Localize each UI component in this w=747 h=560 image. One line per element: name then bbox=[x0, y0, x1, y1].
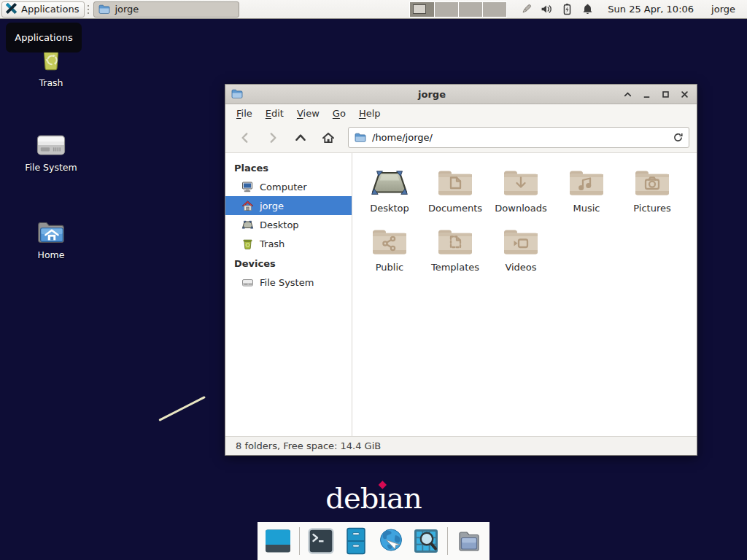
dock-directory-menu-button[interactable] bbox=[454, 526, 484, 556]
sidebar-item-label: Trash bbox=[260, 238, 285, 249]
camera-folder-icon bbox=[619, 163, 685, 200]
dock-terminal-button[interactable] bbox=[306, 526, 336, 556]
path-bar bbox=[348, 127, 689, 148]
taskbar-window-label: jorge bbox=[115, 4, 139, 15]
menu-file[interactable]: File bbox=[230, 106, 259, 121]
sidebar-item-trash[interactable]: Trash bbox=[225, 234, 352, 253]
bell-tray-icon[interactable] bbox=[578, 1, 596, 18]
window-titlebar[interactable]: jorge bbox=[225, 85, 697, 104]
clock[interactable]: Sun 25 Apr, 10:06 bbox=[603, 3, 698, 15]
workspace-4[interactable] bbox=[483, 2, 506, 17]
file-music[interactable]: Music bbox=[554, 163, 619, 214]
drive-icon bbox=[241, 276, 254, 289]
file-pictures[interactable]: Pictures bbox=[619, 163, 685, 214]
system-tray bbox=[517, 1, 596, 18]
file-desktop[interactable]: Desktop bbox=[357, 163, 422, 214]
desktop-icon bbox=[241, 219, 254, 231]
sidebar-item-desktop[interactable]: Desktop bbox=[225, 215, 352, 234]
window-icon bbox=[231, 88, 243, 100]
top-panel: Applications jorge Sun 25 Apr, 10:06 jor… bbox=[0, 0, 747, 19]
file-documents[interactable]: Documents bbox=[422, 163, 488, 214]
debian-logo-text: deb bbox=[325, 481, 378, 515]
home-button[interactable] bbox=[316, 127, 341, 149]
debian-logo-i: ı bbox=[378, 481, 387, 515]
desktop-icon-file-system[interactable]: File System bbox=[15, 124, 88, 173]
back-button[interactable] bbox=[233, 127, 258, 149]
shade-button[interactable] bbox=[621, 88, 634, 101]
panel-handle[interactable] bbox=[86, 3, 92, 16]
user-menu[interactable]: jorge bbox=[707, 3, 740, 15]
battery-tray-icon[interactable] bbox=[558, 1, 576, 18]
menu-help[interactable]: Help bbox=[352, 106, 387, 121]
video-folder-icon bbox=[488, 222, 554, 259]
menu-edit[interactable]: Edit bbox=[259, 106, 290, 121]
trash-icon bbox=[241, 238, 254, 250]
icon-view: DesktopDocumentsDownloadsMusicPicturesPu… bbox=[352, 153, 697, 436]
workspace-3[interactable] bbox=[459, 2, 482, 17]
minimize-button[interactable] bbox=[640, 88, 653, 101]
file-manager-window: jorge FileEditViewGoHelp PlacesComputerj… bbox=[225, 84, 697, 456]
file-label: Pictures bbox=[619, 203, 685, 214]
home-desktop-icon bbox=[15, 211, 88, 246]
status-bar: 8 folders, Free space: 14.4 GiB bbox=[225, 436, 697, 455]
dock-separator bbox=[299, 527, 300, 555]
volume-tray-icon[interactable] bbox=[538, 1, 555, 18]
taskbar-window-button[interactable]: jorge bbox=[93, 1, 239, 18]
applications-menu-label: Applications bbox=[21, 4, 79, 15]
dock-show-desktop-button[interactable] bbox=[263, 526, 293, 556]
desktop-icon-label: Home bbox=[15, 249, 88, 260]
folder-icon bbox=[98, 4, 110, 15]
sidebar-item-computer[interactable]: Computer bbox=[225, 177, 352, 196]
sidebar-item-label: Computer bbox=[260, 182, 307, 192]
sidebar-item-label: jorge bbox=[260, 201, 284, 211]
desktop-icon-label: File System bbox=[15, 162, 88, 173]
workspace-switcher bbox=[409, 1, 507, 18]
debian-logo-text-end: an bbox=[387, 481, 422, 515]
sidebar: PlacesComputerjorgeDesktopTrashDevicesFi… bbox=[225, 153, 352, 436]
pen-tray-icon[interactable] bbox=[517, 1, 535, 18]
applications-menu-button[interactable]: Applications bbox=[1, 1, 85, 18]
file-label: Public bbox=[357, 262, 422, 273]
dock-web-browser-button[interactable] bbox=[376, 526, 406, 556]
sidebar-item-file-system[interactable]: File System bbox=[225, 273, 352, 292]
dock-file-cabinet-button[interactable] bbox=[341, 526, 371, 556]
home-icon bbox=[241, 200, 254, 212]
file-label: Videos bbox=[488, 262, 554, 273]
file-downloads[interactable]: Downloads bbox=[488, 163, 554, 214]
music-folder-icon bbox=[554, 163, 619, 200]
menu-go[interactable]: Go bbox=[326, 106, 352, 121]
reload-button[interactable] bbox=[668, 130, 684, 146]
sidebar-item-label: File System bbox=[260, 277, 314, 288]
applications-menu-icon bbox=[5, 2, 18, 17]
desktop-icon-home[interactable]: Home bbox=[15, 211, 88, 260]
maximize-button[interactable] bbox=[659, 88, 672, 101]
close-button[interactable] bbox=[678, 88, 691, 101]
workspace-1[interactable] bbox=[410, 2, 433, 17]
dock-app-finder-button[interactable] bbox=[411, 526, 441, 556]
debian-logo-dot bbox=[379, 481, 387, 489]
sidebar-header-devices: Devices bbox=[225, 253, 352, 273]
file-label: Downloads bbox=[488, 203, 554, 214]
bottom-dock bbox=[258, 522, 489, 560]
workspace-2[interactable] bbox=[435, 2, 458, 17]
menu-view[interactable]: View bbox=[290, 106, 326, 121]
sidebar-item-jorge[interactable]: jorge bbox=[225, 196, 352, 215]
toolbar bbox=[225, 122, 697, 153]
file-public[interactable]: Public bbox=[357, 222, 422, 273]
path-input[interactable] bbox=[371, 131, 664, 144]
up-button[interactable] bbox=[288, 127, 313, 149]
drive-desktop-icon bbox=[15, 124, 88, 159]
download-folder-icon bbox=[488, 163, 554, 200]
forward-button[interactable] bbox=[260, 127, 285, 149]
file-templates[interactable]: Templates bbox=[422, 222, 488, 273]
window-title: jorge bbox=[249, 89, 615, 100]
window-buttons bbox=[621, 88, 691, 101]
document-folder-icon bbox=[422, 163, 488, 200]
desktop-icon-label: Trash bbox=[15, 77, 88, 88]
debian-wallpaper-logo: debıan bbox=[325, 481, 421, 515]
window-content: PlacesComputerjorgeDesktopTrashDevicesFi… bbox=[225, 153, 697, 436]
file-videos[interactable]: Videos bbox=[488, 222, 554, 273]
desktop-folder-icon bbox=[357, 163, 422, 200]
sidebar-header-places: Places bbox=[225, 158, 352, 177]
template-folder-icon bbox=[422, 222, 488, 259]
